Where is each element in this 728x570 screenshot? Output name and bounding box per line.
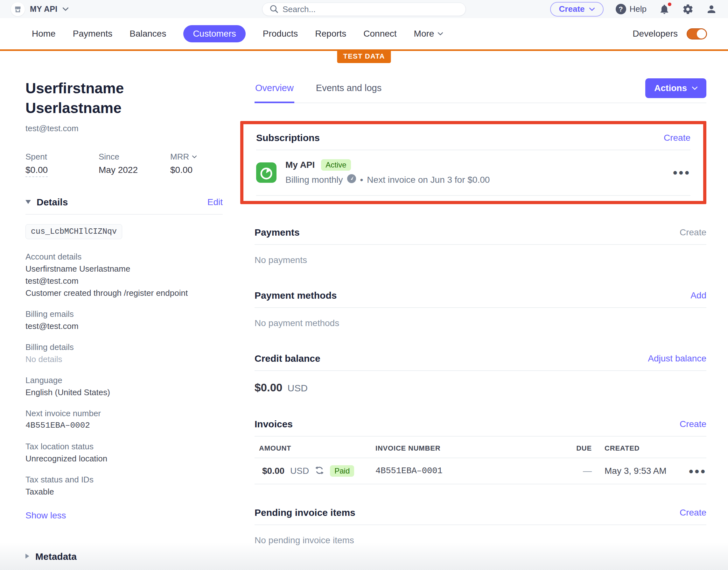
- credit-balance-amount: $0.00 USD: [254, 371, 706, 396]
- stat-mrr-label: MRR: [170, 152, 189, 162]
- field-value: test@test.com: [25, 320, 223, 332]
- nav-item-home[interactable]: Home: [32, 29, 56, 39]
- actions-button[interactable]: Actions: [645, 78, 706, 98]
- toggle-knob: [697, 29, 706, 38]
- search-input[interactable]: [282, 4, 459, 14]
- subscription-row[interactable]: My API Active Billing monthly • Next inv: [256, 150, 690, 195]
- stat-since-value: May 2022: [99, 165, 138, 175]
- notifications-button[interactable]: [659, 3, 670, 15]
- show-less-link[interactable]: Show less: [25, 511, 66, 521]
- profile-button[interactable]: [706, 3, 717, 15]
- field-label: Billing emails: [25, 308, 223, 320]
- notification-dot: [667, 2, 672, 7]
- divider: [25, 214, 223, 215]
- metadata-title: Metadata: [35, 551, 77, 562]
- settings-button[interactable]: [682, 3, 694, 15]
- annotation-highlight-box: Subscriptions Create My API Active: [240, 121, 706, 204]
- credit-balance-title: Credit balance: [254, 353, 320, 364]
- storefront-icon: [13, 4, 23, 14]
- nav-more-label: More: [414, 29, 434, 39]
- details-header: Details Edit: [25, 197, 223, 208]
- invoices-title: Invoices: [254, 419, 293, 430]
- payments-create-link[interactable]: Create: [680, 227, 706, 238]
- field-label: Billing details: [25, 341, 223, 353]
- customer-summary-panel: Userfirstname Userlastname test@test.com…: [25, 78, 223, 562]
- divider: [254, 484, 706, 484]
- subscription-billing-line: Billing monthly • Next invoice on Jun 3 …: [285, 174, 490, 186]
- details-edit-link[interactable]: Edit: [207, 197, 223, 207]
- next-invoice-text: Next invoice on Jun 3 for $0.00: [367, 175, 490, 185]
- field-label: Next invoice number: [25, 407, 223, 419]
- invoice-status-badge: Paid: [330, 465, 354, 477]
- customer-name-heading: Userfirstname Userlastname: [25, 78, 223, 118]
- triangle-down-icon[interactable]: [25, 200, 31, 205]
- payment-methods-section: Payment methods Add No payment methods: [254, 290, 706, 330]
- page-content: Userfirstname Userlastname test@test.com…: [0, 51, 728, 562]
- chevron-down-icon: [692, 87, 697, 90]
- subscription-info: My API Active Billing monthly • Next inv: [285, 159, 490, 186]
- pending-invoice-items-empty-text: No pending invoice items: [254, 525, 706, 547]
- field-value: test@test.com: [25, 275, 223, 287]
- question-mark-icon: ?: [616, 4, 626, 14]
- nav-item-more[interactable]: More: [414, 29, 443, 39]
- billing-interval-text: Billing monthly: [285, 175, 343, 185]
- nav-item-connect[interactable]: Connect: [363, 29, 397, 39]
- test-mode-toggle[interactable]: [687, 28, 707, 39]
- field-value: English (United States): [25, 386, 223, 398]
- chevron-down-icon: [192, 156, 197, 158]
- field-value: Customer created through /register endpo…: [25, 287, 223, 299]
- subscriptions-create-link[interactable]: Create: [664, 133, 690, 143]
- developers-link[interactable]: Developers: [633, 29, 678, 39]
- tab-events-and-logs[interactable]: Events and logs: [315, 78, 382, 101]
- field-label: Language: [25, 374, 223, 386]
- field-value: 4B551EBA–0002: [25, 419, 223, 432]
- search-icon: [269, 4, 278, 14]
- stat-spent-value[interactable]: $0.00: [25, 165, 48, 177]
- detail-field-next-invoice-number: Next invoice number 4B551EBA–0002: [25, 407, 223, 432]
- payments-empty-text: No payments: [254, 245, 706, 267]
- adjust-balance-link[interactable]: Adjust balance: [648, 353, 706, 364]
- nav-item-products[interactable]: Products: [263, 29, 298, 39]
- pending-invoice-items-create-link[interactable]: Create: [680, 508, 706, 518]
- help-button[interactable]: ? Help: [616, 4, 647, 14]
- actions-button-label: Actions: [654, 83, 687, 93]
- payment-methods-title: Payment methods: [254, 290, 336, 301]
- status-badge: Active: [321, 159, 350, 171]
- store-avatar: [11, 2, 25, 16]
- nav-item-customers[interactable]: Customers: [183, 25, 245, 42]
- tab-overview[interactable]: Overview: [254, 78, 294, 103]
- nav-item-reports[interactable]: Reports: [315, 29, 346, 39]
- payment-methods-add-link[interactable]: Add: [690, 290, 706, 301]
- subscription-clock-icon: [256, 163, 276, 183]
- search-bar[interactable]: [262, 3, 466, 16]
- metadata-header[interactable]: Metadata: [25, 551, 223, 562]
- invoice-created: May 3, 9:53 AM: [592, 466, 687, 476]
- invoices-create-link[interactable]: Create: [680, 419, 706, 429]
- detail-field-account: Account details Userfirstname Userlastna…: [25, 251, 223, 299]
- invoice-amount: $0.00: [262, 466, 284, 476]
- top-bar: MY API Create ? Help: [0, 0, 728, 18]
- account-switcher[interactable]: MY API: [11, 2, 68, 16]
- customer-id-pill[interactable]: cus_LcbMCHIlCIZNqv: [25, 224, 122, 239]
- credit-balance-section: Credit balance Adjust balance $0.00 USD: [254, 353, 706, 396]
- invoices-table-header: AMOUNT INVOICE NUMBER DUE CREATED: [254, 437, 706, 458]
- nav-item-balances[interactable]: Balances: [129, 29, 166, 39]
- create-button[interactable]: Create: [550, 2, 604, 17]
- stat-mrr: MRR $0.00: [170, 152, 197, 177]
- create-button-label: Create: [559, 4, 585, 14]
- invoice-number: 4B551EBA–0001: [376, 466, 566, 476]
- field-label: Tax location status: [25, 441, 223, 453]
- invoice-due: —: [566, 466, 592, 476]
- overflow-menu-icon[interactable]: ●●●: [673, 168, 690, 177]
- stat-since: Since May 2022: [99, 152, 170, 177]
- account-name: MY API: [30, 4, 58, 14]
- nav-item-payments[interactable]: Payments: [73, 29, 113, 39]
- subscriptions-title: Subscriptions: [256, 132, 320, 143]
- credit-balance-value: $0.00: [254, 381, 282, 394]
- triangle-right-icon: [25, 553, 30, 560]
- pending-invoice-items-section: Pending invoice items Create No pending …: [254, 507, 706, 547]
- invoice-row[interactable]: $0.00 USD Paid 4B551EBA–0001 — May 3, 9: [254, 458, 706, 484]
- overflow-menu-icon[interactable]: ●●●: [689, 466, 706, 476]
- detail-field-billing-details: Billing details No details: [25, 341, 223, 365]
- stat-mrr-dropdown[interactable]: MRR: [170, 152, 197, 162]
